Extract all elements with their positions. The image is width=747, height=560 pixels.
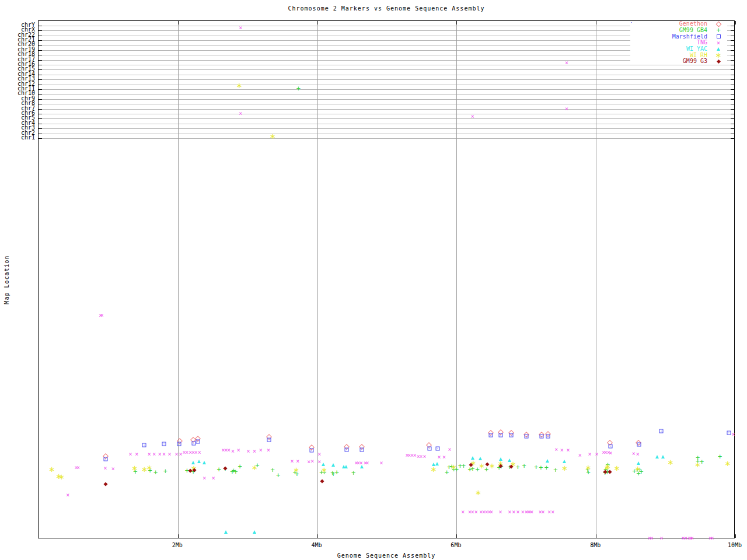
- y-tick: [731, 104, 734, 104]
- tng-marker: ×: [203, 475, 206, 481]
- gm99-g3-marker: [608, 470, 612, 474]
- tng-marker: ×: [442, 453, 446, 460]
- chromosome-gridline-chr3: [39, 128, 734, 129]
- wi-rh-marker: ∗: [605, 461, 611, 470]
- y-tick: [731, 65, 734, 65]
- tng-marker: ×: [560, 447, 564, 453]
- x-tick: [178, 534, 179, 538]
- marshfield-marker: [488, 433, 493, 438]
- y-tick-label-chr1: chr1: [0, 135, 35, 141]
- gm99-gb4-marker: +: [217, 466, 221, 474]
- y-tick: [731, 124, 734, 124]
- tng-marker: ×: [158, 451, 162, 457]
- gm99-gb4-marker: +: [238, 463, 242, 471]
- tng-marker: ×: [588, 451, 591, 457]
- y-tick: [731, 50, 734, 51]
- x-gridline-2Mb: [178, 21, 179, 538]
- x-tick: [317, 21, 318, 24]
- wi-rh-marker: ∗: [146, 463, 152, 471]
- tng-marker: ×: [632, 450, 636, 457]
- y-tick: [731, 85, 734, 85]
- wi-rh-marker: ∗: [634, 464, 641, 473]
- legend-label: WI YAC: [686, 46, 707, 52]
- marshfield-marker: [103, 457, 107, 461]
- y-tick: [39, 75, 42, 75]
- y-tick: [731, 55, 734, 55]
- tng-marker: ×: [198, 449, 201, 455]
- gm99-gb4-marker: +: [484, 466, 488, 474]
- y-tick: [731, 89, 734, 90]
- y-tick: [39, 40, 42, 41]
- marker: ×: [717, 40, 720, 46]
- tng-marker: ×: [731, 430, 735, 437]
- x-tick-label-6Mb: 6Mb: [442, 542, 470, 548]
- marshfield-marker: [427, 447, 431, 451]
- tng-marker: ×: [508, 508, 511, 514]
- tng-marker: ×: [239, 24, 242, 30]
- wi-rh-marker: ∗: [48, 465, 55, 474]
- y-tick: [39, 69, 42, 70]
- tng-marker: ×: [516, 508, 519, 514]
- wi-rh-marker: ∗: [668, 457, 674, 466]
- tng-marker: ×: [609, 449, 612, 456]
- tng-marker: ×: [690, 535, 694, 541]
- y-tick: [39, 94, 42, 94]
- legend-marker-gm99-gb4: +: [710, 26, 727, 34]
- tng-marker: ×: [148, 451, 151, 457]
- wi-yac-marker: [224, 530, 228, 534]
- y-tick: [731, 114, 734, 114]
- wi-yac-marker: [197, 460, 201, 463]
- wi-yac-marker: [479, 457, 482, 460]
- tng-marker: ×: [554, 446, 558, 453]
- legend-marker-tng: ×: [710, 40, 727, 46]
- chromosome-gridline-chr15: [39, 69, 734, 70]
- marshfield-marker: [162, 442, 166, 446]
- tng-marker: ×: [152, 451, 156, 457]
- legend-marker-wi-rh: ∗: [710, 51, 727, 60]
- y-tick: [731, 134, 734, 134]
- tng-marker: ×: [490, 508, 493, 514]
- tng-marker: ×: [474, 508, 478, 514]
- marshfield-marker: [637, 443, 641, 447]
- tng-marker: ×: [379, 459, 383, 466]
- y-tick: [39, 134, 42, 134]
- gm99-gb4-marker: +: [271, 466, 275, 474]
- x-tick: [596, 21, 596, 24]
- tng-marker: ×: [246, 448, 250, 454]
- marshfield-marker: [498, 433, 502, 437]
- chromosome-gridline-chr9: [39, 99, 734, 100]
- marshfield-marker: [360, 448, 364, 452]
- y-tick: [731, 60, 734, 61]
- x-tick: [735, 534, 736, 538]
- gm99-gb4-marker: +: [334, 468, 338, 477]
- marshfield-marker: [524, 435, 528, 439]
- legend-label: TNG: [697, 40, 707, 46]
- chromosome-gridline-chr8: [39, 104, 734, 104]
- marshfield-marker: [310, 449, 314, 453]
- y-tick: [39, 50, 42, 51]
- y-tick: [731, 45, 734, 46]
- wi-rh-marker: ∗: [694, 460, 701, 469]
- tng-marker: ×: [174, 451, 178, 457]
- wi-rh-marker: ∗: [489, 461, 495, 470]
- y-tick: [39, 65, 42, 65]
- tng-marker: ×: [129, 451, 132, 457]
- tng-marker: ×: [499, 508, 502, 514]
- marshfield-marker: [267, 438, 271, 442]
- tng-marker: ×: [530, 508, 533, 514]
- y-axis-title: Map Location: [4, 252, 10, 308]
- y-tick: [39, 128, 42, 129]
- y-tick: [39, 85, 42, 85]
- chromosome-gridline-chr2: [39, 134, 734, 134]
- chromosome-gridline-chr12: [39, 85, 734, 85]
- wi-rh-marker: ∗: [270, 132, 276, 141]
- tng-marker: ×: [317, 451, 321, 457]
- tng-marker: ×: [231, 448, 235, 454]
- marshfield-marker: [609, 444, 613, 449]
- x-tick-label-4Mb: 4Mb: [303, 542, 331, 548]
- y-tick: [39, 109, 42, 110]
- wi-yac-marker: [203, 461, 206, 464]
- marshfield-marker: [540, 435, 544, 439]
- tng-marker: ×: [512, 508, 515, 514]
- tng-marker: ×: [541, 508, 544, 514]
